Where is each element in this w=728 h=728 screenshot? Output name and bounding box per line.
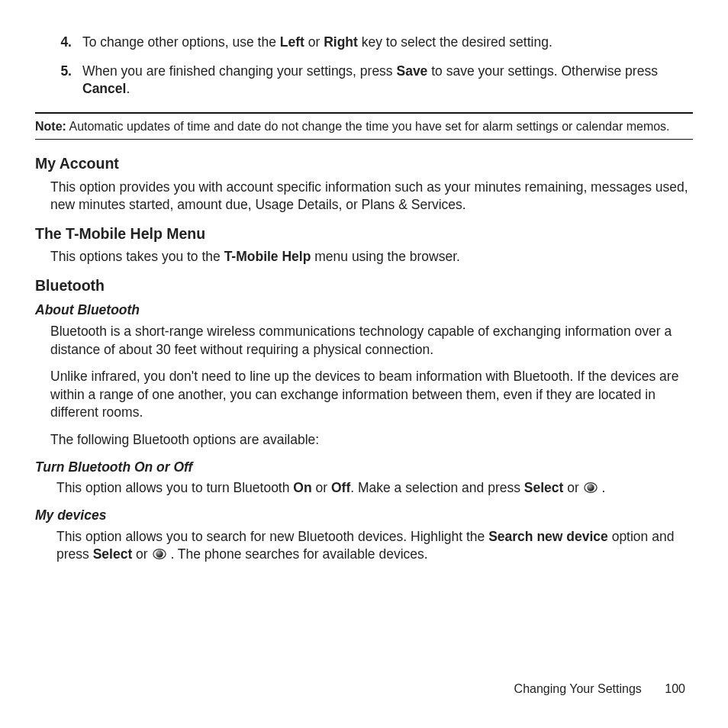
footer-section: Changing Your Settings (514, 682, 642, 695)
select-button-icon (153, 547, 166, 561)
step-text: When you are finished changing your sett… (82, 63, 693, 98)
about-bluetooth-p2: Unlike infrared, you don't need to line … (35, 368, 693, 422)
subheading-turn-bluetooth: Turn Bluetooth On or Off (35, 459, 693, 477)
about-bluetooth-p3: The following Bluetooth options are avai… (35, 431, 693, 449)
help-menu-body: This options takes you to the T-Mobile H… (35, 248, 693, 266)
heading-help-menu: The T-Mobile Help Menu (35, 224, 693, 243)
step-5: 5. When you are finished changing your s… (35, 63, 693, 98)
subheading-about-bluetooth: About Bluetooth (35, 301, 693, 320)
my-devices-body: This option allows you to search for new… (35, 528, 693, 564)
step-number: 5. (35, 63, 82, 98)
turn-bluetooth-body: This option allows you to turn Bluetooth… (35, 479, 693, 498)
about-bluetooth-p1: Bluetooth is a short-range wireless comm… (35, 323, 693, 359)
my-account-body: This option provides you with account sp… (35, 179, 693, 214)
step-number: 4. (35, 34, 82, 52)
svg-point-1 (587, 485, 594, 491)
page-footer: Changing Your Settings 100 (514, 681, 685, 697)
footer-page-number: 100 (665, 682, 685, 695)
heading-my-account: My Account (35, 153, 693, 173)
ordered-steps: 4. To change other options, use the Left… (35, 34, 693, 98)
subheading-my-devices: My devices (35, 507, 693, 525)
note-box: Note: Automatic updates of time and date… (35, 112, 693, 140)
document-page: 4. To change other options, use the Left… (0, 0, 728, 728)
svg-point-3 (156, 550, 163, 557)
note-label: Note: (35, 120, 66, 133)
step-4: 4. To change other options, use the Left… (35, 34, 693, 52)
heading-bluetooth: Bluetooth (35, 275, 693, 295)
select-button-icon (584, 481, 598, 494)
step-text: To change other options, use the Left or… (82, 34, 693, 52)
note-text: Automatic updates of time and date do no… (66, 120, 670, 133)
